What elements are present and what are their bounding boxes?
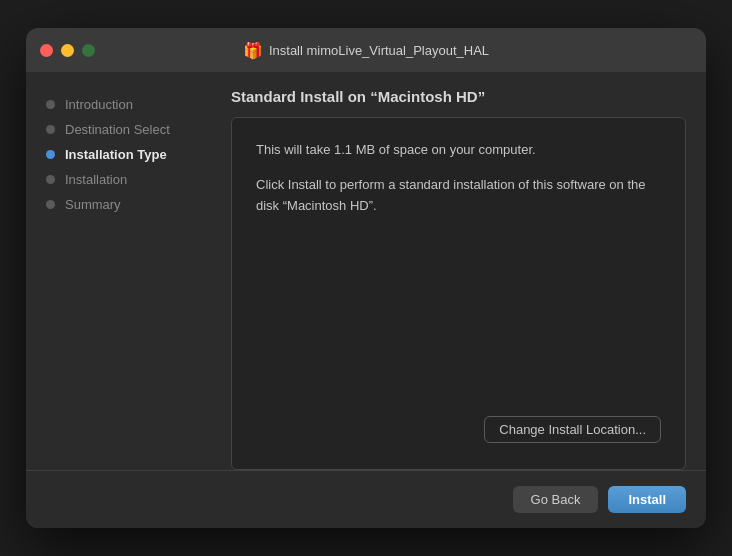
change-install-location-button[interactable]: Change Install Location...	[484, 416, 661, 443]
change-btn-row: Change Install Location...	[256, 416, 661, 447]
main-content: Standard Install on “Macintosh HD” This …	[211, 72, 706, 470]
sidebar-dot-installation-type	[46, 150, 55, 159]
sidebar-item-introduction: Introduction	[26, 92, 211, 117]
sidebar: Introduction Destination Select Installa…	[26, 72, 211, 470]
sidebar-label-introduction: Introduction	[65, 97, 133, 112]
sidebar-item-installation: Installation	[26, 167, 211, 192]
bottom-bar: Go Back Install	[26, 470, 706, 528]
title-text: Install mimoLive_Virtual_Playout_HAL	[269, 43, 489, 58]
sidebar-label-installation: Installation	[65, 172, 127, 187]
title-icon: 🎁	[243, 41, 263, 60]
sidebar-dot-summary	[46, 200, 55, 209]
sidebar-dot-installation	[46, 175, 55, 184]
content-area: Introduction Destination Select Installa…	[26, 72, 706, 470]
minimize-button[interactable]	[61, 44, 74, 57]
sidebar-label-installation-type: Installation Type	[65, 147, 167, 162]
content-line-1: This will take 1.1 MB of space on your c…	[256, 140, 661, 161]
sidebar-dot-introduction	[46, 100, 55, 109]
install-button[interactable]: Install	[608, 486, 686, 513]
sidebar-label-destination-select: Destination Select	[65, 122, 170, 137]
sidebar-item-destination-select: Destination Select	[26, 117, 211, 142]
go-back-button[interactable]: Go Back	[513, 486, 599, 513]
main-title: Standard Install on “Macintosh HD”	[231, 88, 686, 105]
sidebar-dot-destination-select	[46, 125, 55, 134]
window-title: 🎁 Install mimoLive_Virtual_Playout_HAL	[243, 41, 489, 60]
content-description: This will take 1.1 MB of space on your c…	[256, 140, 661, 216]
maximize-button[interactable]	[82, 44, 95, 57]
traffic-lights	[40, 44, 95, 57]
sidebar-item-installation-type[interactable]: Installation Type	[26, 142, 211, 167]
installer-window: 🎁 Install mimoLive_Virtual_Playout_HAL I…	[26, 28, 706, 528]
sidebar-item-summary: Summary	[26, 192, 211, 217]
title-bar: 🎁 Install mimoLive_Virtual_Playout_HAL	[26, 28, 706, 72]
sidebar-label-summary: Summary	[65, 197, 121, 212]
content-line-2: Click Install to perform a standard inst…	[256, 175, 661, 217]
content-box: This will take 1.1 MB of space on your c…	[231, 117, 686, 470]
close-button[interactable]	[40, 44, 53, 57]
